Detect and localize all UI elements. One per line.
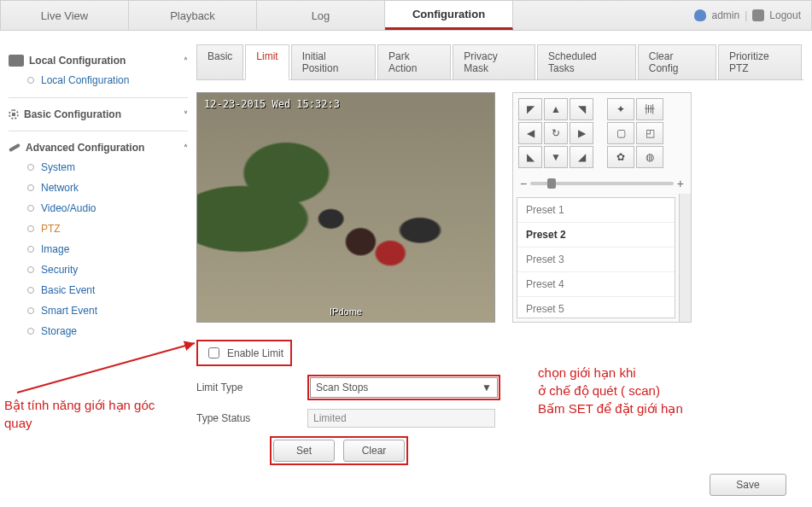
content-row: 12-23-2015 Wed 15:32:3 IPdome ◤ ▲ ◥ ◀ ↻ … — [196, 92, 803, 323]
subtab-prioritize-ptz[interactable]: Prioritize PTZ — [718, 44, 802, 80]
tab-log[interactable]: Log — [257, 1, 385, 30]
subtab-scheduled-tasks[interactable]: Scheduled Tasks — [537, 44, 636, 80]
scrollbar[interactable] — [679, 194, 691, 322]
video-osd-timestamp: 12-23-2015 Wed 15:32:3 — [204, 98, 340, 110]
ptz-panel: ◤ ▲ ◥ ◀ ↻ ▶ ◣ ▼ ◢ ✦ 卌 ▢ ◰ — [512, 92, 692, 323]
bullet-icon — [27, 287, 34, 294]
video-preview[interactable]: 12-23-2015 Wed 15:32:3 IPdome — [196, 92, 495, 323]
subtab-park-action[interactable]: Park Action — [377, 44, 451, 80]
subtab-privacy-mask[interactable]: Privacy Mask — [453, 44, 535, 80]
tab-configuration[interactable]: Configuration — [385, 1, 513, 30]
plus-icon: + — [677, 177, 684, 190]
preset-item-1[interactable]: Preset 1 — [517, 198, 675, 223]
tab-playback[interactable]: Playback — [129, 1, 257, 30]
group-title: Basic Configuration — [24, 108, 121, 120]
ptz-up[interactable]: ▲ — [544, 98, 568, 120]
bullet-icon — [27, 164, 34, 171]
subtab-basic[interactable]: Basic — [196, 44, 243, 80]
set-button[interactable]: Set — [273, 440, 335, 462]
subtab-clear-config[interactable]: Clear Config — [638, 44, 716, 80]
focus-near[interactable]: ▢ — [607, 122, 634, 144]
nav-spacer — [513, 1, 684, 30]
preset-item-2[interactable]: Preset 2 — [517, 223, 675, 248]
sidebar-item-basic-event[interactable]: Basic Event — [9, 280, 188, 300]
group-head-advanced[interactable]: Advanced Configuration ˄ — [9, 138, 188, 157]
body: Local Configuration ˄ Local Configuratio… — [0, 31, 812, 507]
sidebar-item-image[interactable]: Image — [9, 239, 188, 259]
logout-link[interactable]: Logout — [769, 9, 801, 21]
sidebar-item-storage[interactable]: Storage — [9, 321, 188, 341]
username-label: admin — [711, 9, 739, 21]
logout-icon — [752, 9, 764, 21]
limit-type-highlight: Scan Stops ▼ — [307, 375, 500, 400]
ptz-up-left[interactable]: ◤ — [518, 98, 542, 120]
focus-far[interactable]: ◰ — [636, 122, 663, 144]
subtab-bar: Basic Limit Initial Position Park Action… — [196, 44, 803, 80]
group-local-config: Local Configuration ˄ Local Configuratio… — [9, 44, 188, 98]
wrench-icon — [9, 143, 20, 152]
ptz-right[interactable]: ▶ — [570, 122, 593, 144]
bullet-icon — [27, 77, 34, 84]
ptz-auto[interactable]: ↻ — [544, 122, 568, 144]
ptz-down-right[interactable]: ◢ — [570, 146, 593, 168]
preset-item-4[interactable]: Preset 4 — [517, 272, 675, 297]
enable-limit-wrap: Enable Limit — [196, 340, 292, 366]
sidebar-item-local-config[interactable]: Local Configuration — [9, 70, 188, 90]
group-head-basic[interactable]: Basic Configuration ˅ — [9, 105, 188, 124]
type-status-label: Type Status — [196, 412, 307, 424]
top-nav: Live View Playback Log Configuration adm… — [0, 0, 812, 31]
ptz-down[interactable]: ▼ — [544, 146, 568, 168]
save-button[interactable]: Save — [710, 474, 786, 496]
save-row: Save — [196, 465, 803, 503]
bullet-icon — [27, 266, 34, 273]
sidebar-item-network[interactable]: Network — [9, 178, 188, 198]
sidebar-item-label: Security — [41, 264, 78, 276]
sidebar-item-label: Network — [41, 182, 79, 194]
subtab-initial-position[interactable]: Initial Position — [291, 44, 376, 80]
iris-close[interactable]: ◍ — [636, 146, 663, 168]
group-advanced-config: Advanced Configuration ˄ System Network … — [9, 131, 188, 348]
minus-icon: − — [520, 177, 527, 190]
preset-list: Preset 1 Preset 2 Preset 3 Preset 4 Pres… — [517, 197, 675, 318]
sidebar-item-security[interactable]: Security — [9, 259, 188, 280]
preset-item-5[interactable]: Preset 5 — [517, 297, 675, 318]
enable-limit-checkbox[interactable] — [208, 347, 219, 358]
tab-live-view[interactable]: Live View — [1, 1, 129, 30]
sidebar-item-label: PTZ — [41, 223, 61, 235]
limit-type-value: Scan Stops — [316, 382, 368, 393]
group-title: Local Configuration — [29, 55, 126, 67]
sidebar-item-label: System — [41, 161, 75, 173]
bullet-icon — [27, 225, 34, 232]
user-icon — [694, 9, 706, 21]
limit-type-label: Limit Type — [196, 382, 307, 393]
slider-thumb[interactable] — [547, 178, 556, 189]
divider: | — [745, 9, 747, 21]
sidebar-item-label: Basic Event — [41, 284, 95, 296]
gear-icon — [9, 109, 19, 119]
sidebar-item-label: Smart Event — [41, 305, 97, 317]
sidebar-item-label: Video/Audio — [41, 202, 96, 214]
ptz-down-left[interactable]: ◣ — [518, 146, 542, 168]
sidebar-item-system[interactable]: System — [9, 157, 188, 178]
ptz-speed-slider[interactable]: − + — [513, 173, 691, 194]
group-head-local[interactable]: Local Configuration ˄ — [9, 51, 188, 70]
sidebar-item-smart-event[interactable]: Smart Event — [9, 300, 188, 321]
limit-form: Enable Limit Limit Type Scan Stops ▼ Typ… — [196, 340, 803, 465]
subtab-limit[interactable]: Limit — [245, 44, 289, 80]
zoom-out[interactable]: 卌 — [636, 98, 663, 120]
ptz-left[interactable]: ◀ — [518, 122, 542, 144]
sidebar-item-ptz[interactable]: PTZ — [9, 219, 188, 239]
zoom-in[interactable]: ✦ — [607, 98, 634, 120]
ptz-controls: ◤ ▲ ◥ ◀ ↻ ▶ ◣ ▼ ◢ ✦ 卌 ▢ ◰ — [513, 93, 691, 173]
sidebar-item-video-audio[interactable]: Video/Audio — [9, 198, 188, 219]
iris-open[interactable]: ✿ — [607, 146, 634, 168]
sidebar: Local Configuration ˄ Local Configuratio… — [0, 44, 188, 507]
dropdown-icon: ▼ — [482, 382, 492, 393]
user-area: admin | Logout — [684, 1, 811, 30]
bullet-icon — [27, 184, 34, 191]
slider-track[interactable] — [530, 182, 674, 185]
clear-button[interactable]: Clear — [343, 440, 405, 462]
limit-type-select[interactable]: Scan Stops ▼ — [310, 377, 498, 398]
preset-item-3[interactable]: Preset 3 — [517, 248, 675, 272]
ptz-up-right[interactable]: ◥ — [570, 98, 593, 120]
